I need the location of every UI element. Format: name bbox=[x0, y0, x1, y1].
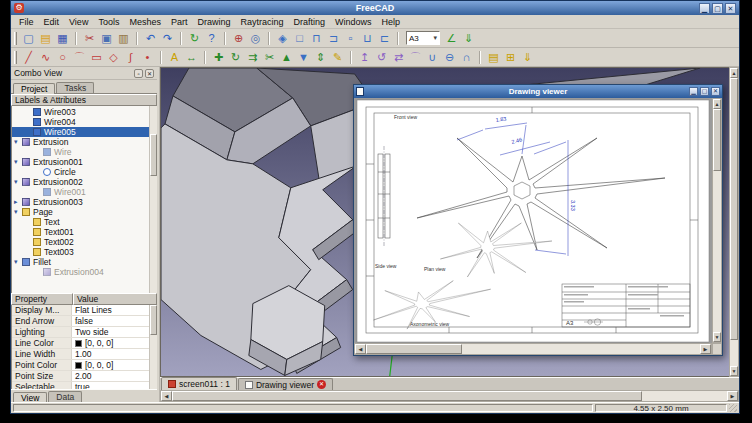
boolean-cut-icon[interactable]: ⊖ bbox=[441, 49, 458, 66]
draft-text-icon[interactable]: A bbox=[166, 49, 183, 66]
drawing-viewer-window[interactable]: Drawing viewer ▁ ▢ ✕ bbox=[353, 84, 723, 356]
drawing-viewer-titlebar[interactable]: Drawing viewer ▁ ▢ ✕ bbox=[354, 85, 722, 98]
save-file-icon[interactable]: ▦ bbox=[54, 30, 71, 47]
draft-edit-icon[interactable]: ✎ bbox=[329, 49, 346, 66]
expand-toggle-icon[interactable] bbox=[14, 208, 22, 216]
tree-item-text001[interactable]: Text001 bbox=[12, 227, 157, 237]
boolean-union-icon[interactable]: ∪ bbox=[424, 49, 441, 66]
model-tree[interactable]: Wire003 Wire004 Wire005 Extrusion Wire E… bbox=[11, 106, 157, 293]
tree-item-text003[interactable]: Text003 bbox=[12, 247, 157, 257]
subwindow-maximize-button[interactable]: ▢ bbox=[700, 87, 709, 96]
close-panel-icon[interactable]: ✕ bbox=[145, 69, 154, 78]
menu-tools[interactable]: Tools bbox=[93, 16, 124, 28]
draft-bspline-icon[interactable]: ∫ bbox=[122, 49, 139, 66]
draft-upgrade-icon[interactable]: ▲ bbox=[278, 49, 295, 66]
close-tab-icon[interactable] bbox=[317, 380, 326, 389]
tree-item-page[interactable]: Page bbox=[12, 207, 157, 217]
property-row-display-mode[interactable]: Display M... Flat Lines bbox=[12, 305, 157, 316]
draw-style-icon[interactable]: ◎ bbox=[247, 30, 264, 47]
toolbar-button[interactable] bbox=[160, 51, 162, 64]
copy-icon[interactable]: ▣ bbox=[98, 30, 115, 47]
tree-item-wire003[interactable]: Wire003 bbox=[12, 107, 157, 117]
tree-item-wire[interactable]: Wire bbox=[12, 147, 157, 157]
property-scrollbar[interactable] bbox=[149, 305, 157, 389]
insert-drawing-view-icon[interactable]: ⊞ bbox=[502, 49, 519, 66]
draft-circle-icon[interactable]: ○ bbox=[54, 49, 71, 66]
scroll-up-icon[interactable]: ▲ bbox=[730, 68, 738, 78]
draft-trim-icon[interactable]: ✂ bbox=[261, 49, 278, 66]
menu-part[interactable]: Part bbox=[166, 16, 193, 28]
expand-toggle-icon[interactable] bbox=[14, 178, 22, 186]
tree-item-wire005[interactable]: Wire005 bbox=[12, 127, 157, 137]
menu-file[interactable]: File bbox=[14, 16, 39, 28]
menu-drawing[interactable]: Drawing bbox=[192, 16, 235, 28]
top-view-icon[interactable]: ⊓ bbox=[308, 30, 325, 47]
scroll-right-icon[interactable]: ▶ bbox=[727, 391, 738, 401]
toolbar-button[interactable] bbox=[479, 51, 481, 64]
drawing-sheet-canvas[interactable]: 1.83 2.46 3.33 Front view Side view bbox=[354, 98, 712, 343]
drawing-horizontal-scrollbar[interactable]: ◀ ▶ bbox=[354, 343, 712, 355]
right-view-icon[interactable]: ⊐ bbox=[325, 30, 342, 47]
new-document-icon[interactable]: ▢ bbox=[20, 30, 37, 47]
menu-meshes[interactable]: Meshes bbox=[124, 16, 166, 28]
combo-view-header[interactable]: Combo View ▫ ✕ bbox=[11, 67, 157, 80]
rear-view-icon[interactable]: ▫ bbox=[342, 30, 359, 47]
3d-viewport[interactable]: Drawing viewer ▁ ▢ ✕ bbox=[160, 67, 729, 377]
resize-grip[interactable] bbox=[729, 404, 737, 412]
whats-this-icon[interactable]: ? bbox=[203, 30, 220, 47]
viewport-horizontal-scrollbar[interactable]: ◀ ▶ bbox=[160, 390, 739, 402]
toolbar-button[interactable] bbox=[136, 32, 138, 45]
redo-icon[interactable]: ↷ bbox=[159, 30, 176, 47]
tree-item-extrusion001[interactable]: Extrusion001 bbox=[12, 157, 157, 167]
draft-downgrade-icon[interactable]: ▼ bbox=[295, 49, 312, 66]
property-row-line-width[interactable]: Line Width 1.00 bbox=[12, 349, 157, 360]
toolbar-button[interactable] bbox=[224, 32, 226, 45]
boolean-common-icon[interactable]: ∩ bbox=[458, 49, 475, 66]
scrollbar-thumb[interactable] bbox=[366, 344, 462, 354]
paste-icon[interactable]: ▥ bbox=[115, 30, 132, 47]
property-row-selectable[interactable]: Selectable true bbox=[12, 382, 157, 389]
toolbar-grip[interactable] bbox=[14, 51, 17, 64]
undo-icon[interactable]: ↶ bbox=[142, 30, 159, 47]
fit-all-icon[interactable]: ⊕ bbox=[230, 30, 247, 47]
property-row-end-arrow[interactable]: End Arrow false bbox=[12, 316, 157, 327]
subwindow-minimize-button[interactable]: ▁ bbox=[689, 87, 698, 96]
minimize-button[interactable]: ▁ bbox=[699, 3, 710, 14]
toolbar-button[interactable] bbox=[204, 51, 206, 64]
title-bar[interactable]: ⚙ FreeCAD ▁ ▢ ✕ bbox=[11, 1, 739, 15]
viewport-vertical-scrollbar[interactable]: ▲ ▼ bbox=[729, 67, 739, 377]
part-revolve-icon[interactable]: ↺ bbox=[373, 49, 390, 66]
draft-line-icon[interactable]: ╱ bbox=[20, 49, 37, 66]
bottom-view-icon[interactable]: ⊔ bbox=[359, 30, 376, 47]
toolbar-button[interactable] bbox=[180, 32, 182, 45]
expand-toggle-icon[interactable] bbox=[14, 158, 22, 166]
draft-move-icon[interactable]: ✚ bbox=[210, 49, 227, 66]
drawing-sheet[interactable]: 1.83 2.46 3.33 Front view Side view bbox=[354, 98, 712, 343]
draft-rectangle-icon[interactable]: ▭ bbox=[88, 49, 105, 66]
scrollbar-thumb[interactable] bbox=[730, 78, 738, 340]
draft-offset-icon[interactable]: ⇉ bbox=[244, 49, 261, 66]
expand-toggle-icon[interactable] bbox=[14, 258, 22, 266]
part-extrude-icon[interactable]: ↥ bbox=[356, 49, 373, 66]
toolbar-grip[interactable] bbox=[14, 32, 17, 45]
scrollbar-thumb[interactable] bbox=[172, 391, 642, 401]
property-row-point-color[interactable]: Point Color [0, 0, 0] bbox=[12, 360, 157, 371]
property-row-line-color[interactable]: Line Color [0, 0, 0] bbox=[12, 338, 157, 349]
tree-scrollbar[interactable] bbox=[149, 106, 157, 293]
drawing-vertical-scrollbar[interactable]: ▲ ▼ bbox=[712, 98, 722, 343]
tree-item-circle[interactable]: Circle bbox=[12, 167, 157, 177]
draft-scale-icon[interactable]: ⇕ bbox=[312, 49, 329, 66]
toolbar-button[interactable] bbox=[268, 32, 270, 45]
menu-raytracing[interactable]: Raytracing bbox=[235, 16, 288, 28]
subwindow-close-button[interactable]: ✕ bbox=[711, 87, 720, 96]
part-fillet-icon[interactable]: ⌒ bbox=[407, 49, 424, 66]
tree-item-wire004[interactable]: Wire004 bbox=[12, 117, 157, 127]
tab-data[interactable]: Data bbox=[48, 391, 82, 402]
tree-item-wire001[interactable]: Wire001 bbox=[12, 187, 157, 197]
tree-item-text002[interactable]: Text002 bbox=[12, 237, 157, 247]
new-drawing-page-icon[interactable]: ▤ bbox=[485, 49, 502, 66]
menu-edit[interactable]: Edit bbox=[39, 16, 65, 28]
draft-wire-icon[interactable]: ∿ bbox=[37, 49, 54, 66]
scrollbar-thumb[interactable] bbox=[713, 109, 721, 171]
menu-windows[interactable]: Windows bbox=[330, 16, 377, 28]
